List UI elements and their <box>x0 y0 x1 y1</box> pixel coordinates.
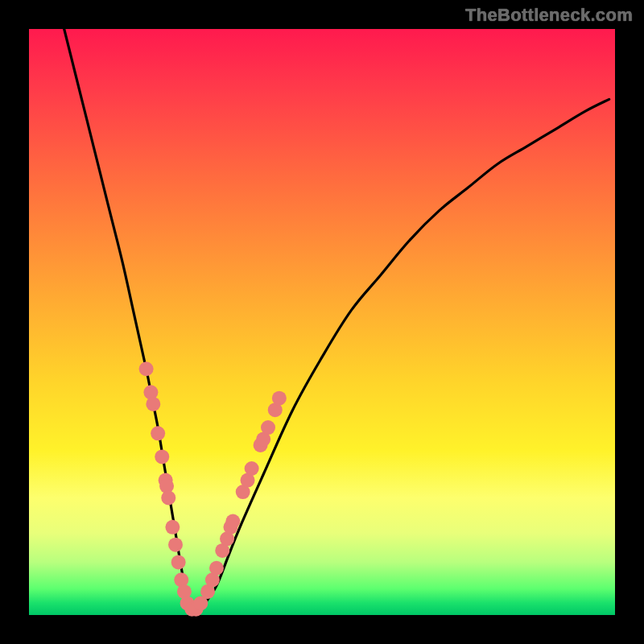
watermark-text: TheBottleneck.com <box>465 5 633 26</box>
highlight-point <box>168 538 183 552</box>
bottleneck-curve <box>64 29 609 610</box>
highlight-point <box>245 461 259 476</box>
highlight-point <box>165 520 180 535</box>
chart-frame: TheBottleneck.com <box>0 0 644 644</box>
plot-area <box>29 29 615 615</box>
highlight-markers <box>139 361 287 616</box>
highlight-point <box>171 555 186 569</box>
highlight-point <box>139 361 154 376</box>
highlight-point <box>151 426 165 440</box>
chart-overlay <box>29 29 615 615</box>
highlight-point <box>209 561 224 576</box>
highlight-point <box>161 490 175 505</box>
highlight-point <box>146 397 160 411</box>
highlight-point <box>225 514 240 529</box>
highlight-point <box>155 449 169 464</box>
highlight-point <box>272 391 287 406</box>
highlight-point <box>261 420 275 435</box>
